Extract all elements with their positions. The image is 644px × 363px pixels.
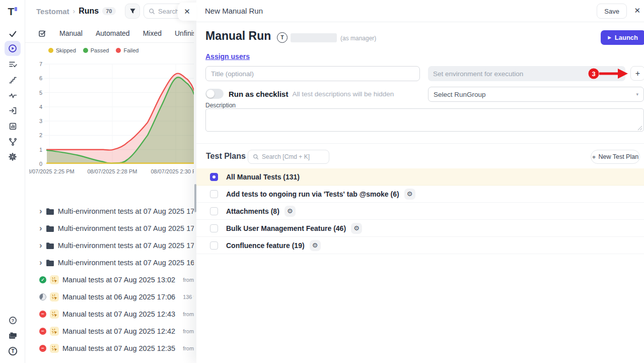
svg-text:4: 4 xyxy=(39,104,42,110)
tab-automated[interactable]: Automated xyxy=(96,29,130,37)
sidebar-item-branches[interactable] xyxy=(5,135,21,149)
runs-topbar: Testomat › Runs 70 xyxy=(25,0,194,22)
run-row[interactable]: −Manual tests at 07 Aug 2025 12:43from C… xyxy=(25,306,194,323)
run-row[interactable]: Manual tests at 06 Aug 2025 17:06136 tes… xyxy=(25,288,194,306)
chevron-right-icon[interactable]: › xyxy=(39,258,42,267)
manual-run-icon xyxy=(51,311,58,318)
run-row[interactable]: −Manual tests at 07 Aug 2025 12:42from C… xyxy=(25,323,194,340)
run-row[interactable]: ✓Manual tests at 07 Aug 2025 13:02from C… xyxy=(25,271,194,288)
run-row-title: Multi-environment tests at 07 Aug 2025 1… xyxy=(58,259,194,267)
launch-button[interactable]: ▶ Launch xyxy=(601,30,644,45)
run-row-title: Manual tests at 07 Aug 2025 12:42 xyxy=(62,327,175,335)
svg-text:6: 6 xyxy=(39,75,42,81)
test-plans-search-input[interactable] xyxy=(262,153,320,160)
sidebar-item-settings[interactable] xyxy=(5,150,21,164)
new-test-plan-button[interactable]: + New Test Plan xyxy=(591,150,640,164)
runs-page: Testomat › Runs 70 ManualAutomatedMixedU… xyxy=(25,0,194,363)
test-plan-checkbox[interactable] xyxy=(210,241,218,250)
chevron-right-icon[interactable]: › xyxy=(39,224,42,232)
legend-item-failed[interactable]: Failed xyxy=(116,47,138,53)
run-title-input[interactable] xyxy=(205,66,420,81)
filter-button[interactable] xyxy=(125,4,140,19)
legend-label: Failed xyxy=(123,47,138,53)
sidebar-item-test-plans[interactable] xyxy=(5,57,21,71)
chevron-down-icon: ▾ xyxy=(636,92,638,97)
run-row-title: Multi-environment tests at 07 Aug 2025 1… xyxy=(58,224,194,232)
rungroup-select[interactable]: Select RunGroup ▾ xyxy=(428,87,644,102)
run-folder-row[interactable]: ›Multi-environment tests at 07 Aug 2025 … xyxy=(25,220,194,237)
new-manual-run-panel: ✕ New Manual Run Save ✕ Manual Run T (as… xyxy=(196,0,644,363)
sidebar-item-tests[interactable] xyxy=(5,27,21,41)
test-plan-checkbox[interactable] xyxy=(210,173,218,181)
panel-close-tab[interactable]: ✕ xyxy=(178,3,196,21)
test-plan-checkbox[interactable] xyxy=(210,207,218,215)
svg-text:7: 7 xyxy=(39,61,42,67)
chevron-right-icon[interactable]: › xyxy=(39,207,42,215)
test-plan-settings-button[interactable]: ⚙ xyxy=(404,189,415,200)
tab-unfinished[interactable]: Unfinished xyxy=(175,29,194,37)
run-row-title: Multi-environment tests at 07 Aug 2025 1… xyxy=(58,207,194,215)
breadcrumb-project[interactable]: Testomat xyxy=(36,7,69,16)
tab-mixed[interactable]: Mixed xyxy=(143,29,162,37)
manual-run-icon xyxy=(51,294,58,300)
sidebar-item-runs[interactable] xyxy=(5,41,21,56)
sidebar-item-import[interactable] xyxy=(5,103,21,117)
sidebar-item-milestones[interactable] xyxy=(5,73,21,87)
run-folder-row[interactable]: ›Multi-environment tests at 07 Aug 2025 … xyxy=(25,203,194,220)
select-checkbox-icon[interactable] xyxy=(38,29,46,37)
svg-text:T: T xyxy=(11,348,15,354)
legend-dot xyxy=(83,48,88,53)
manual-type-icon xyxy=(50,292,59,301)
bar-chart-icon xyxy=(9,122,17,131)
status-failed-icon: − xyxy=(39,328,46,335)
sidebar-item-help[interactable]: ? xyxy=(5,313,21,327)
sidebar-item-analytics[interactable] xyxy=(5,88,21,102)
sidebar-item-account[interactable]: T xyxy=(5,344,21,358)
legend-item-passed[interactable]: Passed xyxy=(83,47,109,53)
run-row-title: Manual tests at 07 Aug 2025 12:43 xyxy=(62,310,175,318)
test-plan-checkbox[interactable] xyxy=(210,224,218,232)
test-plan-settings-button[interactable]: ⚙ xyxy=(351,223,362,234)
search-icon xyxy=(149,8,155,15)
assign-users-link[interactable]: Assign users xyxy=(205,52,250,60)
sidebar-item-projects[interactable] xyxy=(5,328,21,342)
svg-text:2: 2 xyxy=(39,132,42,138)
run-row-tests-count: 136 tests xyxy=(183,294,194,300)
manual-run-icon xyxy=(51,345,58,352)
tab-manual[interactable]: Manual xyxy=(59,29,83,37)
run-as-checklist-toggle[interactable] xyxy=(205,89,224,99)
sidebar-item-reports[interactable] xyxy=(5,119,21,133)
description-textarea[interactable] xyxy=(205,108,644,132)
legend-item-skipped[interactable]: Skipped xyxy=(48,47,76,53)
test-plan-row[interactable]: Confluence feature (19)⚙ xyxy=(196,237,644,254)
svg-text:08/07/2025 2:28 PM: 08/07/2025 2:28 PM xyxy=(87,168,137,174)
legend-dot xyxy=(116,48,121,53)
funnel-icon xyxy=(129,8,136,15)
source-prefix: from xyxy=(183,345,194,351)
close-icon[interactable]: ✕ xyxy=(634,7,640,14)
folder-icon xyxy=(46,225,54,232)
test-plan-settings-button[interactable]: ⚙ xyxy=(284,206,296,217)
chevron-right-icon[interactable]: › xyxy=(39,241,42,250)
svg-text:?: ? xyxy=(11,318,14,323)
test-plan-checkbox[interactable] xyxy=(210,190,218,198)
test-plan-settings-button[interactable]: ⚙ xyxy=(310,240,321,251)
test-plan-row[interactable]: Attachments (8)⚙ xyxy=(196,203,644,220)
help-icon: ? xyxy=(9,316,17,325)
manager-avatar: T xyxy=(277,32,288,43)
test-plan-row[interactable]: Add tests to ongoing run via 'Tests' tab… xyxy=(196,186,644,203)
run-folder-row[interactable]: ›Multi-environment tests at 07 Aug 2025 … xyxy=(25,237,194,254)
save-button[interactable]: Save xyxy=(597,4,627,19)
app-sidebar: T ? T xyxy=(0,0,25,363)
branch-icon xyxy=(9,138,17,146)
test-plan-row[interactable]: Bulk User Management Feature (46)⚙ xyxy=(196,220,644,237)
run-row[interactable]: −Manual tests at 07 Aug 2025 12:35from C… xyxy=(25,340,194,357)
avatar-letter: T xyxy=(280,35,283,40)
add-environment-button[interactable]: + xyxy=(630,66,644,81)
status-failed-icon: − xyxy=(39,345,46,352)
test-plan-row[interactable]: All Manual Tests (131) xyxy=(196,168,644,186)
run-row-source: from Custom xyxy=(183,311,194,317)
environment-input[interactable] xyxy=(428,66,625,81)
app-logo[interactable]: T xyxy=(0,4,25,19)
run-folder-row[interactable]: ›Multi-environment tests at 07 Aug 2025 … xyxy=(25,254,194,271)
